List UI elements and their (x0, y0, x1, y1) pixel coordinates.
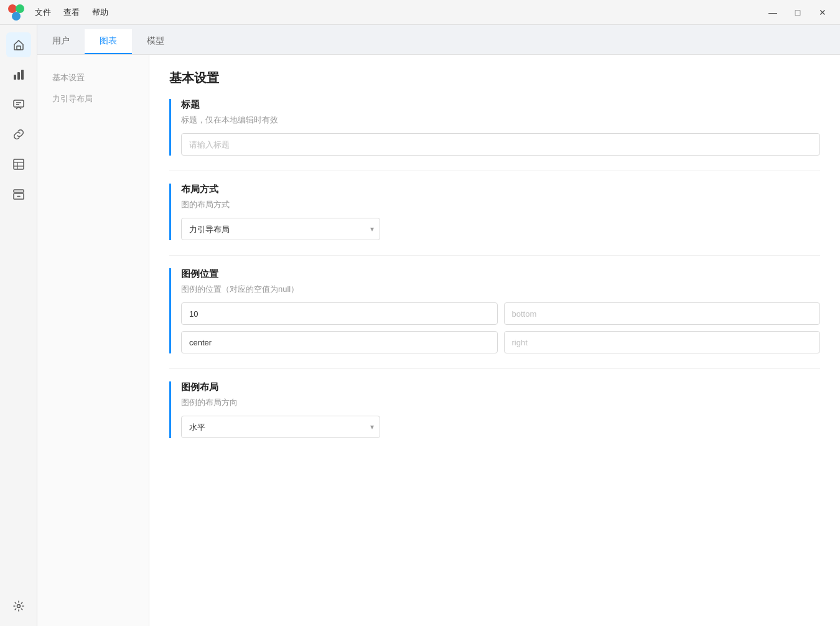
svg-rect-4 (14, 75, 16, 80)
close-button[interactable]: ✕ (813, 5, 833, 20)
section-title-label: 标题 (181, 99, 820, 111)
sidebar-item-link[interactable] (6, 122, 31, 147)
titlebar-menu: 文件 查看 帮助 (35, 7, 108, 18)
legend-pos-right[interactable] (504, 331, 821, 353)
tabs: 用户 图表 模型 (37, 25, 840, 55)
legend-layout-select[interactable]: 水平 垂直 (181, 416, 380, 438)
svg-rect-6 (21, 70, 24, 80)
section-legend-layout-desc: 图例的布局方向 (181, 397, 820, 408)
svg-rect-5 (17, 72, 20, 80)
home-icon (12, 39, 25, 51)
svg-rect-14 (14, 190, 24, 192)
section-title-desc: 标题，仅在本地编辑时有效 (181, 114, 820, 126)
legend-pos-center[interactable] (181, 331, 498, 353)
svg-rect-7 (14, 100, 24, 107)
section-layout: 布局方式 图的布局方式 力引导布局 树形布局 环形布局 ▾ (169, 184, 820, 240)
page-title: 基本设置 (169, 70, 820, 86)
inner-layout: 基本设置 力引导布局 基本设置 标题 标题，仅在本地编辑时有效 布局方式 图的布… (37, 55, 840, 626)
sidebar-item-table[interactable] (6, 152, 31, 177)
chart-icon (12, 68, 25, 81)
sidebar-item-message[interactable] (6, 92, 31, 117)
settings-icon (12, 600, 25, 612)
menu-view[interactable]: 查看 (63, 7, 80, 18)
content-area: 用户 图表 模型 基本设置 力引导布局 基本设置 标题 标题，仅在本地编辑时有效 (37, 25, 840, 626)
divider-1 (169, 171, 820, 171)
title-input[interactable] (181, 133, 820, 156)
legend-position-grid (181, 302, 820, 353)
menu-file[interactable]: 文件 (35, 7, 51, 18)
minimize-button[interactable]: — (763, 5, 783, 20)
svg-point-2 (12, 12, 21, 21)
divider-3 (169, 368, 820, 369)
sidebar-item-home[interactable] (6, 32, 31, 57)
section-legend-layout-label: 图例布局 (181, 381, 820, 393)
tab-user[interactable]: 用户 (37, 29, 85, 54)
window-controls: — □ ✕ (763, 5, 833, 20)
settings-panel: 基本设置 标题 标题，仅在本地编辑时有效 布局方式 图的布局方式 力引导布局 树 (149, 55, 840, 626)
layout-select[interactable]: 力引导布局 树形布局 环形布局 (181, 218, 380, 240)
section-legend-position: 图例位置 图例的位置（对应的空值为null） (169, 268, 820, 353)
sidebar-item-archive[interactable] (6, 182, 31, 207)
nav-item-force-layout[interactable]: 力引导布局 (37, 88, 149, 110)
nav-item-basic-settings[interactable]: 基本设置 (37, 67, 149, 88)
legend-pos-bottom[interactable] (504, 302, 821, 325)
link-icon (12, 128, 25, 141)
divider-2 (169, 255, 820, 256)
sidebar-icons (0, 25, 37, 626)
section-layout-label: 布局方式 (181, 184, 820, 195)
tab-chart[interactable]: 图表 (85, 29, 132, 54)
section-title: 标题 标题，仅在本地编辑时有效 (169, 99, 820, 156)
app-logo (7, 4, 25, 21)
svg-point-1 (16, 4, 24, 13)
svg-point-17 (17, 605, 20, 608)
titlebar: 文件 查看 帮助 — □ ✕ (0, 0, 840, 25)
menu-help[interactable]: 帮助 (92, 7, 108, 18)
sidebar-item-settings[interactable] (6, 594, 31, 619)
legend-pos-top[interactable] (181, 302, 498, 325)
legend-layout-select-wrapper: 水平 垂直 ▾ (181, 416, 380, 438)
archive-icon (12, 188, 25, 200)
svg-point-0 (8, 4, 17, 13)
svg-rect-3 (17, 46, 21, 50)
maximize-button[interactable]: □ (788, 5, 808, 20)
left-nav: 基本设置 力引导布局 (37, 55, 149, 626)
section-layout-desc: 图的布局方式 (181, 199, 820, 210)
layout-select-wrapper: 力引导布局 树形布局 环形布局 ▾ (181, 218, 380, 240)
table-icon (12, 158, 25, 171)
tab-model[interactable]: 模型 (132, 29, 179, 54)
sidebar-item-chart[interactable] (6, 62, 31, 87)
section-legend-position-desc: 图例的位置（对应的空值为null） (181, 284, 820, 295)
section-legend-position-label: 图例位置 (181, 268, 820, 280)
svg-rect-10 (14, 159, 24, 169)
main-layout: 用户 图表 模型 基本设置 力引导布局 基本设置 标题 标题，仅在本地编辑时有效 (0, 25, 840, 626)
message-icon (12, 98, 25, 111)
section-legend-layout: 图例布局 图例的布局方向 水平 垂直 ▾ (169, 381, 820, 438)
